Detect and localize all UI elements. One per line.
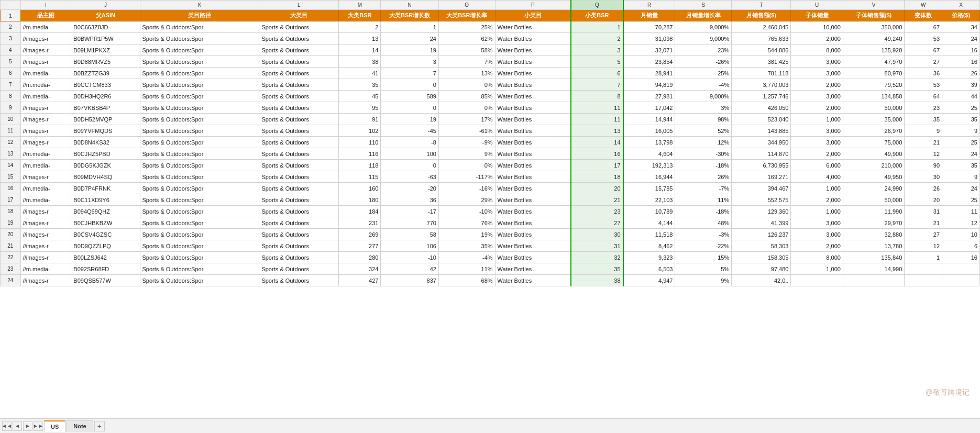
header-o: 大类BSR增长率 [438,10,495,21]
table-cell: //m.media- [20,91,71,102]
table-cell: 3,000 [791,217,843,229]
table-cell: Sports & Outdoors [259,275,339,286]
table-row: 23//m.media-B092SR68FDSports & Outdoors:… [1,263,980,275]
table-cell: 158,305 [732,252,791,263]
col-letter-j[interactable]: J [71,1,140,10]
col-letter-t[interactable]: T [732,1,791,10]
table-cell: 0% [438,160,495,171]
table-cell: 26% [675,171,732,183]
table-cell: 114,870 [732,148,791,160]
table-cell: Sports & Outdoors [259,33,339,45]
table-cell: 94,819 [623,79,675,91]
tab-nav-next[interactable]: ► [23,421,32,431]
table-cell: 27 [905,56,942,68]
table-cell: Water Bottles [495,91,571,102]
header-i: 品主图 [20,10,71,21]
col-letter-l[interactable]: L [259,1,339,10]
row-number: 21 [1,240,21,252]
table-cell: 11,518 [623,229,675,240]
table-cell: 544,886 [732,45,791,56]
col-letter-q[interactable]: Q [571,1,623,10]
table-cell: Sports & Outdoors [259,229,339,240]
table-cell: Water Bottles [495,206,571,217]
table-cell: //images-r [20,45,71,56]
table-cell: 12 [905,148,942,160]
table-cell: Water Bottles [495,148,571,160]
table-cell: 12% [675,137,732,148]
table-cell: 3,000 [791,229,843,240]
table-cell: 21 [905,217,942,229]
col-letter-s[interactable]: S [675,1,732,10]
table-body: 2//m.media-B0C663Z8JDSports & Outdoors:S… [1,21,980,286]
row-number: 4 [1,45,21,56]
table-row: 22//images-rB00LZSJ642Sports & Outdoors:… [1,252,980,263]
table-cell: 8,000 [791,45,843,56]
sheet-tab-note[interactable]: Note [67,420,93,432]
table-cell: //images-r [20,114,71,125]
table-row: 10//images-rB0DH52MVQPSports & Outdoors:… [1,114,980,125]
table-cell: //images-r [20,33,71,45]
table-row: 8//m.media-B0DH3HQ2R6Sports & Outdoors:S… [1,91,980,102]
table-cell: 35 [571,263,623,275]
col-letter-u[interactable]: U [791,1,843,10]
table-cell: 98% [675,114,732,125]
table-cell: 4,144 [623,217,675,229]
table-cell: 27 [905,229,942,240]
col-letter-x[interactable]: X [942,1,980,10]
table-cell: 231 [339,217,381,229]
header-w: 变体数 [905,10,942,21]
table-cell: //images-r [20,171,71,183]
col-letter-m[interactable]: M [339,1,381,10]
col-letter-o[interactable]: O [438,1,495,10]
table-cell: Sports & Outdoors:Spor [140,148,259,160]
table-cell: 16 [571,148,623,160]
table-cell: 53 [905,33,942,45]
table-cell: B0BWPR1P5W [71,33,140,45]
table-cell: 2,000 [791,194,843,206]
sheet-tab-us[interactable]: US [44,420,65,432]
header-m: 大类BSR [339,10,381,21]
table-cell: 90 [905,160,942,171]
header-p: 小类目 [495,10,571,21]
table-cell: Sports & Outdoors:Spor [140,240,259,252]
col-letter-k[interactable]: K [140,1,259,10]
col-letter-r[interactable]: R [623,1,675,10]
table-cell: Sports & Outdoors:Spor [140,160,259,171]
table-cell: 32 [571,252,623,263]
table-cell: 6,000 [791,160,843,171]
table-cell: 4,000 [791,171,843,183]
table-cell: 14 [339,45,381,56]
table-cell: 11 [571,114,623,125]
table-cell: 14 [571,137,623,148]
table-cell: 0 [381,102,438,114]
add-sheet-button[interactable]: + [94,421,105,431]
table-cell: 21 [571,194,623,206]
table-cell: 1,000 [791,183,843,194]
table-row: 2//m.media-B0C663Z8JDSports & Outdoors:S… [1,21,980,33]
table-cell: 12 [905,240,942,252]
table-cell: 58% [438,45,495,56]
table-cell: Sports & Outdoors:Spor [140,45,259,56]
table-row: 4//images-rB09LM1PKXZSports & Outdoors:S… [1,45,980,56]
table-cell: 3,000 [791,91,843,102]
table-cell: Water Bottles [495,263,571,275]
table-cell: 3,000 [791,137,843,148]
col-letter-w[interactable]: W [905,1,942,10]
table-cell: 42,0.. [732,275,791,286]
table-cell: 76% [438,217,495,229]
table-cell: //images-r [20,275,71,286]
tab-nav-prev[interactable]: ◄ [13,421,22,431]
col-letter-p[interactable]: P [495,1,571,10]
table-cell: 25 [942,137,980,148]
table-cell: 50,000 [843,194,904,206]
col-letter-v[interactable]: V [843,1,904,10]
tab-nav-last[interactable]: ►► [34,421,43,431]
table-cell: //m.media- [20,21,71,33]
table-cell: 67 [905,45,942,56]
tab-nav-first[interactable]: ◄◄ [2,421,12,431]
table-cell: Sports & Outdoors:Spor [140,183,259,194]
col-letter-i[interactable]: I [20,1,71,10]
row-number: 20 [1,229,21,240]
col-letter-n[interactable]: N [381,1,438,10]
table-cell: 9 [905,125,942,137]
